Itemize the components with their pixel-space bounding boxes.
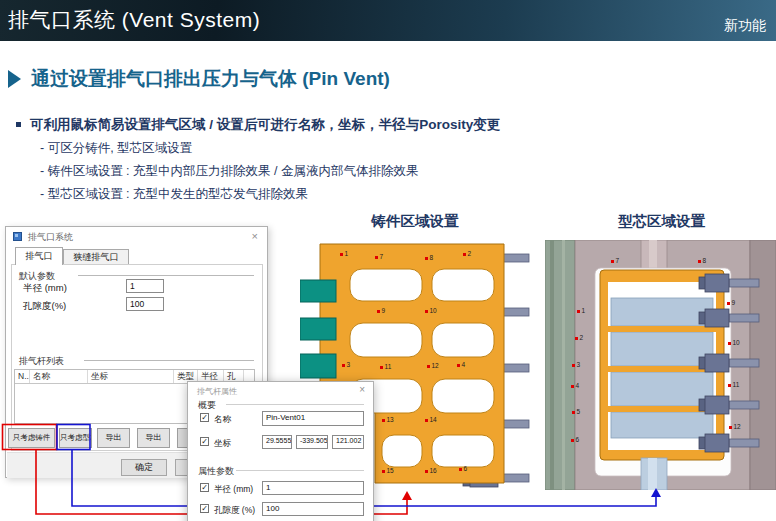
- export-button-2[interactable]: 导出: [137, 428, 170, 448]
- dialog-title: 排气杆属性: [197, 386, 237, 397]
- svg-text:1: 1: [345, 250, 349, 257]
- slide: 排气口系统 (Vent System) 新功能 通过设置排气口排出压力与气体 (…: [0, 0, 776, 521]
- svg-text:13: 13: [387, 416, 395, 423]
- core-only-button[interactable]: 只考虑型芯: [59, 428, 92, 448]
- porosity-input[interactable]: 100: [262, 502, 364, 516]
- svg-text:7: 7: [380, 253, 384, 260]
- svg-text:4: 4: [462, 361, 466, 368]
- svg-text:15: 15: [387, 467, 395, 474]
- svg-text:10: 10: [733, 339, 741, 346]
- square-bullet-icon: [16, 122, 21, 127]
- export-button-1[interactable]: 导出: [97, 428, 130, 448]
- check-icon: ✓: [201, 504, 208, 513]
- bullet-sub-1: - 可区分铸件, 型芯区域设置: [40, 140, 192, 157]
- tab-pin-vent[interactable]: 排气口: [15, 247, 63, 265]
- divider: [236, 470, 364, 471]
- close-icon[interactable]: ×: [359, 385, 365, 395]
- red-arrowhead-icon: [402, 491, 412, 500]
- svg-text:6: 6: [464, 465, 468, 472]
- vent-pin-properties-dialog: 排气杆属性 × 概要 ✓ 名称 Pin-Vent01 ✓ 坐标 29.5555 …: [187, 381, 374, 521]
- col-name[interactable]: 名称: [30, 370, 88, 383]
- divider: [78, 275, 254, 276]
- radius-input[interactable]: 1: [126, 279, 164, 293]
- coords-checkbox[interactable]: ✓: [200, 437, 209, 446]
- check-icon: ✓: [201, 483, 208, 492]
- svg-text:12: 12: [734, 423, 742, 430]
- svg-text:9: 9: [382, 307, 386, 314]
- col-coords[interactable]: 坐标: [88, 370, 174, 383]
- chill-blocks: [300, 280, 336, 378]
- svg-text:3: 3: [347, 361, 351, 368]
- coords-label: 坐标: [214, 438, 231, 450]
- porosity-label: 孔隙度(%): [23, 300, 66, 313]
- radius-input[interactable]: 1: [262, 481, 364, 495]
- check-icon: ✓: [201, 437, 208, 446]
- sprue-top: [641, 240, 667, 272]
- divider: [226, 404, 364, 405]
- casting-only-button[interactable]: 只考虑铸件: [8, 428, 55, 448]
- section-heading: 通过设置排气口排出压力与气体 (Pin Vent): [8, 66, 390, 92]
- svg-text:11: 11: [385, 363, 392, 370]
- bullet-main-text: 可利用鼠标简易设置排气区域 / 设置后可进行名称，坐标，半径与Porosity变…: [30, 117, 500, 132]
- params-title: 属性参数: [198, 465, 234, 478]
- bullet-sub-3: - 型芯区域设置 : 充型中发生的型芯发气排除效果: [40, 186, 308, 203]
- svg-text:14: 14: [430, 416, 438, 423]
- bullet-main: 可利用鼠标简易设置排气区域 / 设置后可进行名称，坐标，半径与Porosity变…: [16, 116, 500, 134]
- close-icon[interactable]: ×: [252, 231, 258, 241]
- svg-text:1: 1: [582, 307, 586, 314]
- svg-text:11: 11: [733, 381, 740, 388]
- core-image-label: 型芯区域设置: [546, 212, 776, 231]
- name-checkbox[interactable]: ✓: [200, 413, 209, 422]
- svg-text:9: 9: [732, 299, 736, 306]
- new-feature-badge: 新功能: [724, 17, 766, 35]
- check-icon: ✓: [201, 413, 208, 422]
- dialog-title: 排气口系统: [28, 231, 73, 244]
- porosity-input[interactable]: 100: [126, 297, 164, 311]
- svg-text:12: 12: [432, 362, 440, 369]
- triangle-bullet-icon: [8, 70, 21, 88]
- svg-text:7: 7: [616, 257, 620, 264]
- svg-text:6: 6: [576, 436, 580, 443]
- section-heading-text: 通过设置排气口排出压力与气体 (Pin Vent): [31, 66, 390, 92]
- svg-text:4: 4: [576, 382, 580, 389]
- core-region-image: 123456789101112: [545, 240, 776, 490]
- porosity-checkbox[interactable]: ✓: [200, 504, 209, 513]
- svg-text:10: 10: [430, 307, 438, 314]
- summary-title: 概要: [198, 399, 216, 412]
- casting-image-label: 铸件区域设置: [300, 212, 530, 231]
- vent-list-title: 排气杆列表: [19, 355, 64, 368]
- app-icon: [13, 232, 22, 241]
- bullet-sub-2: - 铸件区域设置 : 充型中内部压力排除效果 / 金属液内部气体排除效果: [40, 163, 418, 180]
- col-no[interactable]: N..: [15, 370, 30, 383]
- name-input[interactable]: Pin-Vent01: [262, 411, 364, 426]
- svg-text:3: 3: [577, 361, 581, 368]
- svg-text:16: 16: [430, 467, 438, 474]
- radius-checkbox[interactable]: ✓: [200, 483, 209, 492]
- tab-slit-vent[interactable]: 狭缝排气口: [63, 249, 129, 265]
- radius-label: 半径 (mm): [214, 484, 253, 496]
- coord-x-input[interactable]: 29.5555: [262, 435, 292, 449]
- porosity-label: 孔隙度 (%): [214, 505, 255, 517]
- radius-label: 半径 (mm): [23, 282, 67, 295]
- divider: [84, 360, 254, 361]
- svg-text:2: 2: [580, 334, 584, 341]
- coord-y-input[interactable]: -339.505: [296, 435, 328, 449]
- svg-text:8: 8: [703, 257, 707, 264]
- svg-text:8: 8: [430, 254, 434, 261]
- svg-text:2: 2: [468, 250, 472, 257]
- ok-button[interactable]: 确定: [121, 459, 167, 476]
- coord-z-input[interactable]: 121.002: [332, 435, 364, 449]
- svg-text:5: 5: [577, 408, 581, 415]
- sprue-bottom: [641, 458, 667, 490]
- name-label: 名称: [214, 414, 231, 426]
- mold-plate-left: [545, 240, 575, 490]
- header-bar: 排气口系统 (Vent System) 新功能: [0, 0, 776, 41]
- page-title: 排气口系统 (Vent System): [8, 6, 260, 34]
